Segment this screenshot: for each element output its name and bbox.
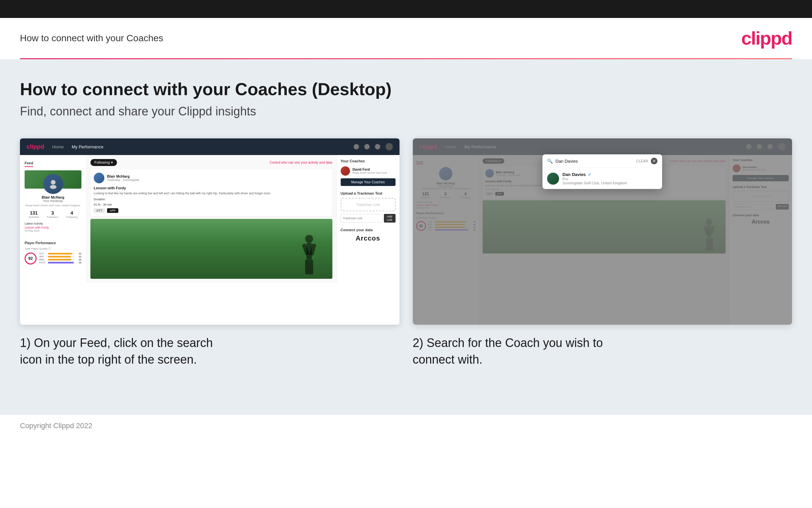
sc1-bar-arg: ARG 86 xyxy=(39,258,82,261)
footer: Copyright Clippd 2022 xyxy=(0,415,812,437)
footer-copyright: Copyright Clippd 2022 xyxy=(20,422,92,430)
sc1-trackman-input[interactable] xyxy=(341,214,383,222)
sc1-post: Blair McHarg Yesterday · Sunningdale Les… xyxy=(90,169,332,216)
sc1-post-header: Blair McHarg Yesterday · Sunningdale xyxy=(94,173,329,183)
sc1-latest-activity: Lesson with Fordy xyxy=(25,226,82,229)
golfer-silhouette xyxy=(296,232,322,279)
step-2-text: 2) Search for the Coach you wish toconne… xyxy=(413,335,793,368)
sc1-trackman-input-row: Add Link xyxy=(341,214,395,222)
sc1-latest-date: 03 Aug 2022 xyxy=(25,229,82,232)
sc1-player-performance: Blair McHarg Player Performance Total Pl… xyxy=(25,236,82,264)
sc1-trackman-placeholder: Trackman Link xyxy=(341,198,395,211)
sc2-search-modal: 🔍 Dan Davies CLEAR ✕ Dan Davies ✓ Pro xyxy=(542,154,662,189)
sc2-search-bar: 🔍 Dan Davies CLEAR ✕ xyxy=(542,154,662,168)
sc1-post-title: Lesson with Fordy xyxy=(94,186,329,190)
sc1-upload-title: Upload a Trackman Test xyxy=(341,191,395,195)
user-icon[interactable] xyxy=(364,144,370,150)
sc1-navbar: clippd Home My Performance xyxy=(20,138,399,155)
sc1-manage-coaches-button[interactable]: Manage Your Coaches xyxy=(341,178,395,186)
following-button[interactable]: Following ▾ xyxy=(90,159,117,166)
sc2-search-query[interactable]: Dan Davies xyxy=(556,159,633,164)
screenshot-1-block: clippd Home My Performance Feed xyxy=(20,138,399,368)
sc1-coach-name: David Ford xyxy=(353,168,387,171)
sc1-post-buttons: OTT APP xyxy=(94,208,329,213)
sc1-nav-icons xyxy=(354,143,393,151)
sc1-left-panel: Feed Blair McHarg Plus Handicap xyxy=(20,155,86,283)
sc1-control-link[interactable]: Control who can see your activity and da… xyxy=(270,161,332,164)
page-title: How to connect with your Coaches xyxy=(20,33,163,44)
sc1-coach-item: David Ford Royal North Devon Golf Club xyxy=(341,166,395,176)
sc1-bar-putt: PUTT 96 xyxy=(39,261,82,264)
sc1-stat-activities: 131 Activities xyxy=(29,210,39,219)
sc2-result-club: Sunningdale Golf Club, United Kingdom xyxy=(562,181,627,185)
sc1-latest-label: Latest Activity xyxy=(25,222,82,225)
top-bar xyxy=(0,0,812,18)
sc2-verified-icon: ✓ xyxy=(588,172,591,177)
sc1-profile-location: Royal North Devon Golf Club, United King… xyxy=(25,204,82,207)
sc1-post-image xyxy=(90,219,332,279)
sc1-nav-home: Home xyxy=(52,144,64,150)
sc1-arccos-logo: Arccos xyxy=(341,235,395,242)
sc2-result-role: Pro xyxy=(562,177,627,181)
main-subheading: Find, connect and share your Clippd insi… xyxy=(20,104,792,119)
sc1-add-link-button[interactable]: Add Link xyxy=(384,214,395,222)
sc1-quality-row: 92 OTT 90 APP xyxy=(25,253,82,264)
sc2-result-name: Dan Davies ✓ xyxy=(562,172,627,177)
sc1-coach-club: Royal North Devon Golf Club xyxy=(353,171,387,174)
sc1-feed-label: Feed xyxy=(25,161,33,167)
sc1-center-panel: Following ▾ Control who can see your act… xyxy=(86,155,336,283)
sc1-duration-value: 01 hr : 30 min xyxy=(94,203,329,206)
screenshot-2-block: clippd Home My Performance F xyxy=(413,138,793,368)
search-icon[interactable] xyxy=(354,144,359,150)
sc1-profile-avatar xyxy=(43,174,63,194)
sc1-stat-following: 4 Following xyxy=(66,210,78,219)
screenshot-2-frame: clippd Home My Performance F xyxy=(413,138,793,325)
sc1-post-meta: Yesterday · Sunningdale xyxy=(107,178,139,182)
sc2-search-result[interactable]: Dan Davies ✓ Pro Sunningdale Golf Club, … xyxy=(542,168,662,189)
sc1-stat-followers: 3 Followers xyxy=(47,210,58,219)
sc2-clear-button[interactable]: CLEAR xyxy=(636,159,649,163)
sc1-duration: Duration xyxy=(94,198,329,201)
sc1-following-row: Following ▾ Control who can see your act… xyxy=(90,159,332,166)
settings-icon[interactable] xyxy=(375,144,380,150)
sc1-coach-avatar xyxy=(341,166,350,176)
sc1-logo: clippd xyxy=(27,143,44,151)
sc1-stats: 131 Activities 3 Followers 4 Following xyxy=(25,210,82,219)
sc1-quality-circle: 92 xyxy=(25,253,37,264)
svg-point-0 xyxy=(51,180,55,185)
sc1-post-body: Looking to feel like my hands are exitin… xyxy=(94,191,329,196)
sc1-nav-performance: My Performance xyxy=(72,144,103,150)
sc2-close-button[interactable]: ✕ xyxy=(651,158,658,164)
sc1-body: Feed Blair McHarg Plus Handicap xyxy=(20,155,399,283)
svg-point-1 xyxy=(50,185,56,189)
sc1-profile-name: Blair McHarg xyxy=(25,195,82,199)
svg-rect-7 xyxy=(309,259,313,274)
header: How to connect with your Coaches clippd xyxy=(0,18,812,58)
svg-point-2 xyxy=(305,235,313,243)
sc1-bars: OTT 90 APP 85 xyxy=(39,253,82,264)
sc1-post-author: Blair McHarg xyxy=(107,174,139,178)
sc1-connect-title: Connect your data xyxy=(341,228,395,232)
screenshots-row: clippd Home My Performance Feed xyxy=(20,138,792,368)
sc1-btn-off[interactable]: OTT xyxy=(94,208,105,213)
screenshot-1-frame: clippd Home My Performance Feed xyxy=(20,138,399,325)
clippd-logo: clippd xyxy=(741,27,792,49)
main-content: How to connect with your Coaches (Deskto… xyxy=(0,59,812,415)
step-1-text: 1) On your Feed, click on the searchicon… xyxy=(20,335,399,368)
sc2-search-icon: 🔍 xyxy=(547,158,553,164)
svg-rect-6 xyxy=(305,259,309,274)
sc1-btn-app[interactable]: APP xyxy=(107,208,118,213)
sc1-right-panel: Your Coaches David Ford Royal North Devo… xyxy=(336,155,399,283)
sc1-bar-ott: OTT 90 xyxy=(39,253,82,255)
sc1-profile-handicap: Plus Handicap xyxy=(25,199,82,203)
sc1-bar-app: APP 85 xyxy=(39,255,82,258)
sc1-coaches-title: Your Coaches xyxy=(341,159,395,163)
main-heading: How to connect with your Coaches (Deskto… xyxy=(20,79,792,99)
sc1-post-avatar xyxy=(94,173,104,183)
sc2-result-avatar xyxy=(547,173,559,185)
avatar-icon[interactable] xyxy=(386,143,393,151)
